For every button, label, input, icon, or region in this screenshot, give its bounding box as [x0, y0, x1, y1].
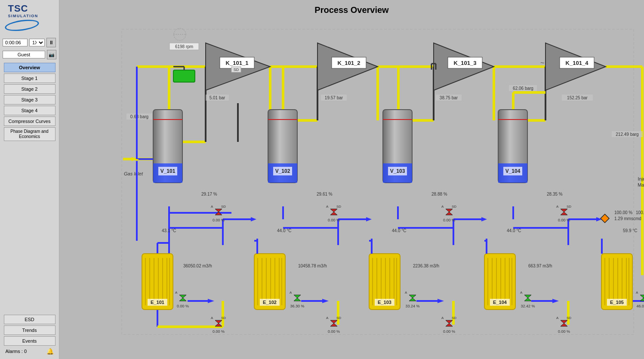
nav-phase-diagram[interactable]: Phase Diagram and Economics — [4, 127, 55, 141]
speed-select[interactable]: 1X2X0.5X — [29, 39, 45, 46]
svg-text:0.00 %: 0.00 % — [558, 329, 570, 334]
time-row: 0:00:06 1X2X0.5X ⏸ — [3, 38, 56, 47]
guest-button[interactable]: Guest — [3, 51, 45, 58]
svg-text:28.35 %: 28.35 % — [547, 192, 563, 196]
svg-marker-195 — [409, 298, 416, 301]
svg-marker-176 — [446, 209, 453, 212]
svg-marker-222 — [561, 323, 567, 326]
svg-text:SD: SD — [567, 316, 571, 320]
svg-text:0.00 %: 0.00 % — [213, 329, 225, 334]
svg-text:19.57 bar: 19.57 bar — [325, 95, 343, 100]
svg-text:A: A — [211, 205, 213, 209]
trends-button[interactable]: Trends — [4, 325, 55, 335]
nav-stage3[interactable]: Stage 3 — [4, 95, 55, 104]
svg-marker-198 — [524, 295, 531, 298]
guest-row: Guest 📷 — [3, 50, 56, 59]
svg-text:SD: SD — [452, 316, 456, 320]
svg-marker-226 — [601, 214, 609, 223]
svg-marker-212 — [330, 323, 337, 326]
svg-marker-177 — [446, 212, 453, 215]
alarms-row: Alarms : 0 🔔 — [4, 347, 55, 356]
svg-text:44.0 °C: 44.0 °C — [392, 228, 406, 233]
svg-marker-171 — [330, 209, 337, 212]
pause-button[interactable]: ⏸ — [46, 38, 56, 47]
svg-marker-211 — [330, 320, 337, 323]
svg-text:SD: SD — [234, 68, 239, 72]
nav-stage1[interactable]: Stage 1 — [4, 74, 55, 83]
svg-text:2236.38 m3/h: 2236.38 m3/h — [413, 264, 439, 268]
svg-text:0.63 barg: 0.63 barg — [130, 114, 148, 119]
svg-marker-181 — [561, 209, 567, 212]
nav-stage4[interactable]: Stage 4 — [4, 106, 55, 115]
svg-text:E_101: E_101 — [151, 300, 164, 305]
svg-marker-191 — [294, 298, 301, 301]
svg-text:43.1 °C: 43.1 °C — [162, 228, 176, 233]
svg-text:E_104: E_104 — [493, 300, 507, 305]
svg-text:E_102: E_102 — [263, 300, 277, 305]
svg-text:SD: SD — [336, 205, 341, 209]
svg-text:Gas Inlet: Gas Inlet — [124, 171, 143, 176]
logo-simulation: SIMULATION — [8, 14, 32, 18]
svg-marker-216 — [446, 320, 453, 323]
svg-text:100.00 %: 100.00 % — [636, 210, 644, 215]
esd-button[interactable]: ESD — [4, 315, 55, 324]
svg-text:A: A — [175, 291, 178, 295]
svg-marker-172 — [330, 212, 337, 215]
svg-text:59.9 °C: 59.9 °C — [623, 228, 637, 233]
nav-stage2[interactable]: Stage 2 — [4, 84, 55, 94]
nav-comp-curves[interactable]: Compressor Curves — [4, 117, 55, 126]
svg-marker-61 — [552, 299, 559, 303]
alarm-icon[interactable]: 🔔 — [46, 348, 54, 355]
svg-text:6198 rpm: 6198 rpm — [175, 44, 193, 49]
svg-text:5.01 bar: 5.01 bar — [210, 95, 225, 100]
svg-text:100.00 %: 100.00 % — [614, 210, 632, 215]
svg-text:K_101_1: K_101_1 — [226, 60, 249, 66]
sidebar: TSC SIMULATION 0:00:06 1X2X0.5X ⏸ Guest … — [0, 0, 59, 359]
svg-text:46.08 %: 46.08 % — [636, 304, 644, 308]
svg-marker-47 — [481, 217, 487, 221]
svg-text:A: A — [441, 205, 444, 209]
svg-text:663.97 m3/h: 663.97 m3/h — [528, 264, 552, 268]
svg-text:1.29 mmscmd: 1.29 mmscmd — [614, 216, 641, 221]
logo-area: TSC SIMULATION — [3, 3, 56, 34]
svg-text:0.00 %: 0.00 % — [213, 218, 225, 222]
nav-overview[interactable]: Overview — [4, 63, 55, 72]
svg-text:SD: SD — [336, 316, 341, 320]
svg-marker-59 — [438, 299, 444, 303]
svg-marker-55 — [208, 299, 214, 303]
svg-marker-45 — [251, 217, 256, 221]
svg-text:SD: SD — [221, 316, 226, 320]
svg-marker-46 — [366, 217, 372, 221]
svg-text:62.06 barg: 62.06 barg — [513, 86, 533, 91]
svg-text:29.17 %: 29.17 % — [201, 192, 217, 196]
svg-marker-186 — [179, 295, 186, 298]
svg-marker-166 — [215, 209, 222, 212]
svg-text:33.24 %: 33.24 % — [405, 304, 419, 308]
svg-text:36.30 %: 36.30 % — [290, 304, 304, 308]
svg-text:Manifold: Manifold — [638, 182, 644, 187]
svg-text:A: A — [405, 291, 407, 295]
svg-marker-217 — [446, 323, 453, 326]
svg-text:0.00 %: 0.00 % — [558, 218, 570, 222]
svg-marker-57 — [322, 299, 329, 303]
svg-marker-190 — [294, 295, 301, 298]
events-button[interactable]: Events — [4, 336, 55, 346]
svg-text:K_101_3: K_101_3 — [454, 60, 477, 66]
svg-marker-199 — [524, 298, 531, 301]
svg-text:Injection: Injection — [638, 176, 644, 181]
svg-text:212.49 barg: 212.49 barg — [616, 132, 638, 137]
svg-text:10458.78 m3/h: 10458.78 m3/h — [298, 264, 327, 268]
svg-text:K_101_4: K_101_4 — [566, 60, 589, 66]
svg-text:0.00 %: 0.00 % — [328, 218, 340, 222]
svg-rect-83 — [173, 70, 195, 82]
svg-marker-206 — [215, 320, 222, 323]
svg-marker-203 — [640, 298, 644, 301]
svg-text:V_103: V_103 — [390, 168, 405, 174]
logo-tsc: TSC — [8, 3, 32, 14]
svg-text:A: A — [211, 316, 213, 320]
camera-button[interactable]: 📷 — [47, 50, 56, 59]
svg-text:0.00 %: 0.00 % — [177, 304, 189, 308]
svg-text:29.61 %: 29.61 % — [317, 192, 333, 196]
svg-text:28.88 %: 28.88 % — [431, 192, 447, 196]
svg-text:~: ~ — [540, 59, 544, 67]
